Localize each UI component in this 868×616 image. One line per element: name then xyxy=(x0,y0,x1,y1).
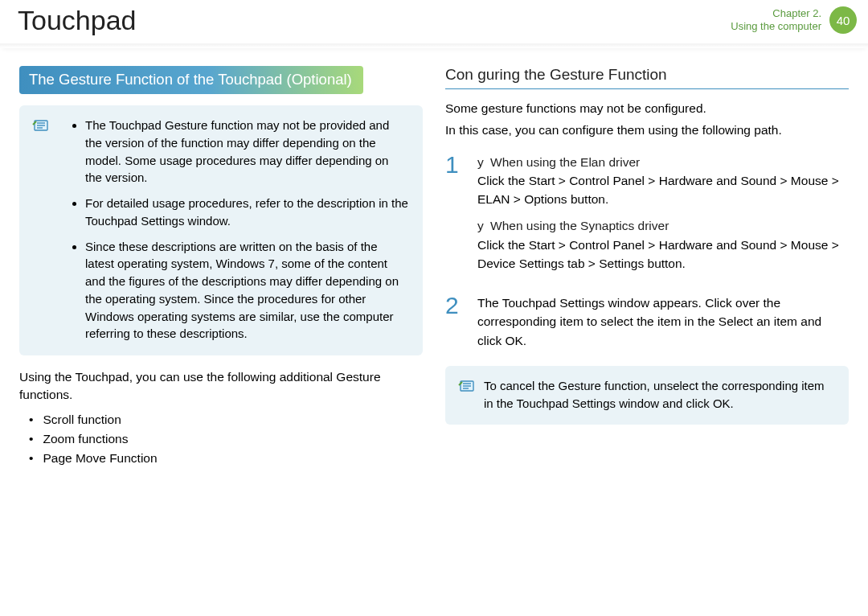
page-number-badge: 40 xyxy=(829,6,857,34)
elan-driver-item: When using the Elan driver Click the Sta… xyxy=(477,153,849,209)
synaptics-body: Click the Start > Control Panel > Hardwa… xyxy=(477,238,839,270)
step-body: The Touchpad Settings window appears. Cl… xyxy=(477,294,849,350)
cancel-note-text: To cancel the Gesture function, unselect… xyxy=(484,379,825,410)
step-number: 1 xyxy=(445,153,466,281)
step-body: When using the Elan driver Click the Sta… xyxy=(477,153,849,281)
left-column: The Gesture Function of the Touchpad (Op… xyxy=(19,66,423,470)
step-1: 1 When using the Elan driver Click the S… xyxy=(445,153,849,281)
note-list: The Touchpad Gesture function may not be… xyxy=(71,117,408,343)
note-icon xyxy=(32,118,51,134)
intro-line-1: Some gesture functions may not be config… xyxy=(445,99,849,117)
note-item: Since these descriptions are written on … xyxy=(85,238,408,343)
note-box-main: The Touchpad Gesture function may not be… xyxy=(19,105,423,355)
intro-paragraph: Using the Touchpad, you can use the foll… xyxy=(19,368,423,405)
synaptics-lead: When using the Synaptics driver xyxy=(477,219,669,232)
section-banner: The Gesture Function of the Touchpad (Op… xyxy=(19,66,363,94)
elan-body: Click the Start > Control Panel > Hardwa… xyxy=(477,174,839,206)
step-2: 2 The Touchpad Settings window appears. … xyxy=(445,294,849,350)
list-item: Zoom functions xyxy=(29,432,423,446)
synaptics-driver-item: When using the Synaptics driver Click th… xyxy=(477,216,849,273)
subheading: Con guring the Gesture Function xyxy=(445,66,849,89)
gesture-function-list: Scroll function Zoom functions Page Move… xyxy=(19,413,423,466)
section-label: Using the computer xyxy=(731,20,821,33)
page-header: Touchpad Chapter 2. Using the computer 4… xyxy=(0,0,868,48)
list-item: Scroll function xyxy=(29,413,423,427)
chapter-label: Chapter 2. xyxy=(731,7,821,20)
note-icon xyxy=(458,379,477,395)
header-meta: Chapter 2. Using the computer 40 xyxy=(731,6,857,34)
note-item: For detailed usage procedures, refer to … xyxy=(85,195,408,230)
step-number: 2 xyxy=(445,294,466,350)
page-number: 40 xyxy=(837,14,850,27)
note-item: The Touchpad Gesture function may not be… xyxy=(85,117,408,187)
right-column: Con guring the Gesture Function Some ges… xyxy=(445,66,849,470)
intro-line-2: In this case, you can configure them usi… xyxy=(445,121,849,139)
content-area: The Gesture Function of the Touchpad (Op… xyxy=(0,48,868,470)
list-item: Page Move Function xyxy=(29,451,423,466)
cancel-note-box: To cancel the Gesture function, unselect… xyxy=(445,366,849,425)
elan-lead: When using the Elan driver xyxy=(477,155,640,169)
